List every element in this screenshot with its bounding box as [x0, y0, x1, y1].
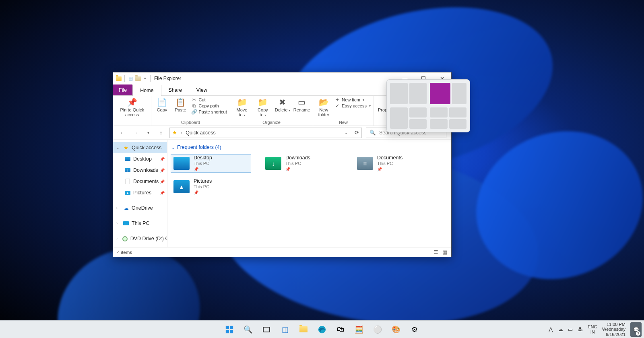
- moveto-icon: 📁: [237, 97, 247, 107]
- move-to-button[interactable]: 📁Move to▾: [232, 97, 252, 118]
- chevron-right-icon: ›: [181, 130, 182, 135]
- shortcut-icon: 🔗: [191, 109, 197, 115]
- language-button[interactable]: ENGIN: [588, 324, 597, 334]
- tab-home[interactable]: Home: [132, 85, 161, 96]
- paste-button[interactable]: 📋Paste: [171, 97, 189, 113]
- svg-rect-0: [226, 326, 229, 329]
- notifications-button[interactable]: 💬 3: [630, 322, 642, 337]
- new-folder-button[interactable]: 📂New folder: [315, 97, 332, 118]
- copy-to-button[interactable]: 📁Copy to▾: [253, 97, 272, 118]
- delete-button[interactable]: ✖Delete▾: [274, 97, 291, 113]
- back-button[interactable]: ←: [118, 130, 127, 136]
- cloud-icon: ☁: [123, 205, 129, 211]
- section-header[interactable]: ⌄ Frequent folders (4): [171, 144, 448, 150]
- copy-button[interactable]: 📄Copy: [153, 97, 171, 113]
- app-button-2[interactable]: 🎨: [388, 322, 404, 337]
- edge-button[interactable]: [314, 322, 330, 337]
- tab-file[interactable]: File: [113, 84, 132, 95]
- folder-tile-pictures[interactable]: ▲PicturesThis PC📌: [171, 177, 251, 196]
- address-current: Quick access: [186, 130, 215, 136]
- pictures-icon: ▲: [125, 191, 130, 195]
- folder-icon-desktop: [173, 157, 190, 170]
- search-icon: 🔍: [244, 325, 252, 334]
- qat-newfolder-icon[interactable]: [135, 75, 141, 82]
- chevron-down-icon[interactable]: ⌄: [116, 146, 120, 150]
- snap-layouts-flyout: [386, 79, 470, 132]
- start-button[interactable]: [222, 322, 237, 337]
- settings-button[interactable]: ⚙: [407, 322, 422, 337]
- widgets-button[interactable]: ◫: [277, 322, 293, 337]
- folder-tile-documents[interactable]: ≡DocumentsThis PC📌: [354, 154, 435, 173]
- snap-layout-1[interactable]: [390, 83, 427, 104]
- pin-icon: 📌: [160, 168, 165, 173]
- chevron-right-icon[interactable]: ›: [116, 206, 120, 210]
- folder-icon: [299, 326, 308, 332]
- qat-customize-icon[interactable]: ▾: [144, 76, 146, 80]
- tab-view[interactable]: View: [189, 84, 215, 95]
- sidebar-item-desktop[interactable]: Desktop📌: [113, 153, 167, 165]
- copy-path-button[interactable]: ⧉Copy path: [191, 103, 227, 109]
- tab-share[interactable]: Share: [161, 84, 189, 95]
- pin-icon: 📌: [160, 191, 165, 195]
- refresh-button[interactable]: ⟳: [355, 130, 359, 136]
- easy-access-button[interactable]: ✓Easy access▾: [334, 103, 371, 109]
- onedrive-tray-icon[interactable]: ☁: [558, 326, 563, 332]
- widgets-icon: ◫: [282, 325, 289, 334]
- desktop-icon: [125, 157, 130, 161]
- clipboard-group-label: Clipboard: [181, 120, 200, 126]
- task-view-button[interactable]: [259, 322, 274, 337]
- details-view-button[interactable]: ☰: [433, 249, 438, 255]
- svg-rect-3: [230, 330, 233, 333]
- snap-layout-3[interactable]: [390, 107, 427, 129]
- store-button[interactable]: 🛍: [333, 322, 348, 337]
- status-item-count: 4 items: [117, 250, 132, 255]
- easyaccess-icon: ✓: [334, 103, 340, 109]
- tile-location: This PC: [194, 184, 212, 190]
- content-pane[interactable]: ⌄ Frequent folders (4) DesktopThis PC📌↓D…: [167, 140, 451, 247]
- folder-tile-desktop[interactable]: DesktopThis PC📌: [171, 154, 251, 173]
- address-bar[interactable]: ★ › Quick access ⌄ ⟳: [169, 128, 362, 138]
- up-button[interactable]: ↑: [157, 130, 165, 136]
- new-item-button[interactable]: ✦New item▾: [334, 97, 371, 103]
- sidebar-item-quick-access[interactable]: ⌄ ★ Quick access: [113, 142, 167, 153]
- calculator-icon: 🧮: [355, 325, 363, 334]
- svg-rect-2: [226, 330, 229, 333]
- forward-button[interactable]: →: [131, 130, 140, 136]
- clock-button[interactable]: 11:00 PMWednesday6/16/2021: [602, 322, 625, 336]
- cut-button[interactable]: ✂Cut: [191, 97, 227, 103]
- app-icon: [116, 75, 122, 82]
- edge-icon: [318, 325, 326, 334]
- sidebar-item-documents[interactable]: Documents📌: [113, 176, 167, 187]
- paste-shortcut-button[interactable]: 🔗Paste shortcut: [191, 109, 227, 115]
- copypath-icon: ⧉: [191, 103, 197, 109]
- folder-tile-downloads[interactable]: ↓DownloadsThis PC📌: [262, 154, 343, 173]
- network-icon[interactable]: 🖧: [578, 326, 583, 332]
- calculator-button[interactable]: 🧮: [351, 322, 367, 337]
- tiles-view-button[interactable]: ▦: [442, 249, 447, 255]
- tray-overflow-button[interactable]: ⋀: [549, 326, 553, 332]
- pin-icon: 📌: [160, 157, 165, 161]
- pin-quick-access-button[interactable]: 📌Pin to Quick access: [115, 97, 149, 118]
- search-button[interactable]: 🔍: [240, 322, 256, 337]
- tile-pin-icon: 📌: [194, 190, 212, 195]
- sidebar-item-this-pc[interactable]: ›This PC: [113, 218, 167, 229]
- qat-properties-icon[interactable]: ▦: [127, 75, 134, 82]
- rename-button[interactable]: ▭Rename: [292, 97, 311, 113]
- palette-icon: 🎨: [392, 325, 400, 334]
- recent-button[interactable]: ▾: [144, 130, 153, 135]
- sidebar-item-downloads[interactable]: ↓Downloads📌: [113, 165, 167, 176]
- new-group-label: New: [339, 120, 348, 126]
- app-button-1[interactable]: ⚪: [370, 322, 385, 337]
- sidebar-item-onedrive[interactable]: ›☁OneDrive: [113, 202, 167, 214]
- sidebar-item-pictures[interactable]: ▲Pictures📌: [113, 187, 167, 198]
- gear-icon: ⚙: [411, 325, 418, 334]
- status-bar: 4 items ☰ ▦: [113, 247, 451, 257]
- file-explorer-button[interactable]: [296, 322, 311, 337]
- address-dropdown-icon[interactable]: ⌄: [345, 130, 348, 135]
- snap-layout-2[interactable]: [430, 83, 466, 104]
- disc-icon: [122, 236, 128, 241]
- snap-layout-4[interactable]: [430, 107, 466, 129]
- svg-rect-1: [230, 326, 233, 329]
- sidebar-item-dvd[interactable]: ›DVD Drive (D:) CC: [113, 233, 167, 244]
- meet-now-icon[interactable]: ▭: [568, 326, 573, 332]
